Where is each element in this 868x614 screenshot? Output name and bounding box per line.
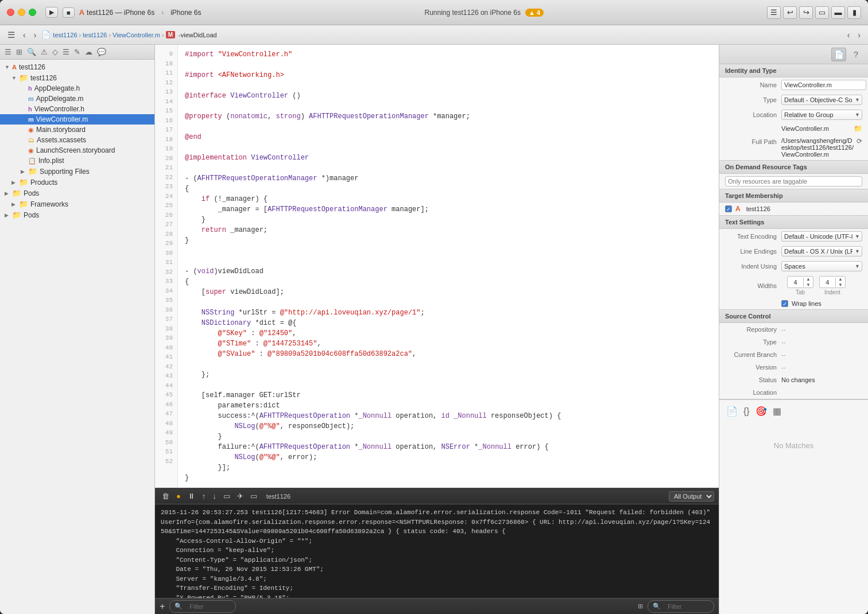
inspector-type-select[interactable]: Default - Objective-C Sou... bbox=[781, 95, 862, 105]
code-editor[interactable]: 9 10 11 12 13 14 15 16 17 18 19 20 21 22… bbox=[155, 45, 719, 488]
maximize-button[interactable] bbox=[29, 9, 36, 16]
sidebar-item-appdelegate-h[interactable]: h AppDelegate.h bbox=[0, 83, 154, 94]
sidebar-item-launch-storyboard[interactable]: ◉ LaunchScreen.storyboard bbox=[0, 145, 154, 156]
breadcrumb-method[interactable]: -viewDidLoad bbox=[179, 32, 217, 38]
target-membership-item[interactable]: ✓ A test1126 bbox=[725, 205, 770, 213]
code-line: NSString *urlStr = @"http://api.loveuqia… bbox=[185, 308, 712, 318]
reveal-icon[interactable]: ⟳ bbox=[857, 137, 862, 145]
console-filter-input-2[interactable] bbox=[663, 602, 709, 611]
code-line: NSDictionary *dict = @{ bbox=[185, 318, 712, 328]
nav-prev-issue[interactable]: ‹ bbox=[844, 29, 853, 41]
console-view-3[interactable]: ▭ bbox=[248, 491, 259, 502]
sidebar-tool-5[interactable]: ◇ bbox=[51, 46, 59, 57]
sidebar-tool-2[interactable]: ⊞ bbox=[15, 46, 24, 57]
console-step-up[interactable]: ↑ bbox=[200, 491, 208, 502]
view-toggle-5[interactable]: ▬ bbox=[831, 6, 845, 19]
console-view-2[interactable]: ✈ bbox=[235, 491, 246, 502]
sidebar-item-frameworks[interactable]: ▶ 📁 Frameworks bbox=[0, 199, 154, 209]
console-view-1[interactable]: ▭ bbox=[221, 491, 232, 502]
view-toggle-2[interactable]: ↩ bbox=[783, 6, 797, 19]
sidebar-tool-8[interactable]: ☁ bbox=[84, 46, 94, 57]
inspector-file-icon-btn[interactable]: 📄 bbox=[725, 405, 739, 418]
inspector-code-icon-btn[interactable]: {} bbox=[742, 405, 751, 418]
minimize-button[interactable] bbox=[18, 9, 25, 16]
code-line: @implementation ViewController bbox=[185, 153, 712, 163]
inspector-tab-quick[interactable]: ? bbox=[848, 48, 863, 61]
stop-button[interactable]: ■ bbox=[63, 7, 75, 18]
console-clear[interactable]: 🗑 bbox=[160, 491, 172, 502]
view-toggle-3[interactable]: ↪ bbox=[799, 6, 813, 19]
arrow-icon: ▶ bbox=[5, 212, 10, 218]
inspector-target-icon-btn[interactable]: 🎯 bbox=[754, 405, 768, 418]
console-pause[interactable]: ⏸ bbox=[185, 491, 197, 502]
breadcrumb-item-3[interactable]: ViewController.m bbox=[113, 32, 160, 38]
sidebar-item-main-storyboard[interactable]: ◉ Main.storyboard bbox=[0, 125, 154, 135]
sidebar-item-pods-2[interactable]: ▶ 📁 Pods bbox=[0, 209, 154, 220]
inspector-on-demand-header: On Demand Resource Tags bbox=[719, 161, 868, 174]
add-button[interactable]: + bbox=[160, 601, 165, 612]
indent-stepper[interactable]: 4 ▲ ▼ bbox=[819, 276, 846, 288]
inspector-grid-icon-btn[interactable]: ▦ bbox=[772, 405, 782, 418]
project-name: test1126 — iPhone 6s bbox=[87, 9, 154, 17]
inspector-name-input[interactable] bbox=[781, 80, 866, 90]
arrow-icon: ▶ bbox=[11, 180, 17, 185]
run-button[interactable]: ▶ bbox=[45, 7, 58, 18]
file-chooser-icon[interactable]: 📁 bbox=[854, 125, 862, 133]
inspector-line-endings-select[interactable]: Default - OS X / Unix (LF) bbox=[781, 246, 862, 257]
warning-badge[interactable]: ▲ 4 bbox=[525, 9, 544, 17]
sidebar-tool-1[interactable]: ☰ bbox=[3, 46, 13, 57]
tab-increment-button[interactable]: ▲ bbox=[804, 277, 813, 282]
sidebar-item-appdelegate-m[interactable]: m AppDelegate.m bbox=[0, 94, 154, 104]
tab-decrement-button[interactable]: ▼ bbox=[804, 282, 813, 288]
sidebar-item-info-plist[interactable]: 📋 Info.plist bbox=[0, 156, 154, 166]
view-toggle-1[interactable]: ☰ bbox=[767, 6, 781, 19]
nav-back[interactable]: ‹ bbox=[20, 29, 29, 41]
method-type-badge: M bbox=[166, 31, 175, 38]
sidebar-item-supporting-files[interactable]: ▶ 📁 Supporting Files bbox=[0, 166, 154, 177]
wrap-lines-checkbox: ✓ bbox=[781, 300, 788, 307]
inspector-indent-using-select[interactable]: Spaces bbox=[781, 261, 862, 271]
nav-next-issue[interactable]: › bbox=[855, 29, 863, 41]
code-line bbox=[185, 142, 712, 153]
inspector-line-endings-select-container: Default - OS X / Unix (LF) ▼ bbox=[781, 246, 862, 257]
title-separator: › bbox=[161, 9, 164, 17]
breadcrumb-item-1[interactable]: test1126 bbox=[53, 32, 77, 38]
console-bottom-icon-1[interactable]: ⊞ bbox=[638, 603, 643, 610]
breadcrumb-item-2[interactable]: test1126 bbox=[83, 32, 107, 38]
sidebar-item-pods-root[interactable]: ▶ 📁 Pods bbox=[0, 188, 154, 199]
indent-increment-button[interactable]: ▲ bbox=[836, 277, 845, 282]
inspector-tags-input[interactable] bbox=[725, 176, 862, 186]
indent-decrement-button[interactable]: ▼ bbox=[836, 282, 845, 288]
inspector-encoding-select[interactable]: Default - Unicode (UTF-8) bbox=[781, 231, 862, 242]
view-toggle-6[interactable]: ▮ bbox=[847, 6, 861, 19]
sidebar-item-xcassets[interactable]: 🗂 Assets.xcassets bbox=[0, 135, 154, 145]
storyboard-icon: ◉ bbox=[28, 147, 34, 154]
sidebar-tool-7[interactable]: ✎ bbox=[73, 46, 82, 57]
tab-stepper[interactable]: 4 ▲ ▼ bbox=[787, 276, 813, 288]
view-toggle-4[interactable]: ▭ bbox=[815, 6, 829, 19]
inspector-location-select[interactable]: Relative to Group bbox=[781, 110, 862, 120]
inspector-tab-file[interactable]: 📄 bbox=[831, 48, 846, 61]
sidebar-item-viewcontroller-m[interactable]: m ViewController.m bbox=[0, 114, 154, 125]
sidebar-item-products[interactable]: ▶ 📁 Products bbox=[0, 177, 154, 188]
sidebar-tool-4[interactable]: ⚠ bbox=[40, 46, 49, 57]
main-content: ☰ ⊞ 🔍 ⚠ ◇ ☰ ✎ ☁ 💬 ▼ A test1126 bbox=[0, 45, 868, 614]
folder-icon: 📁 bbox=[28, 167, 37, 176]
nav-forward[interactable]: › bbox=[31, 29, 40, 41]
wrap-lines-item[interactable]: ✓ Wrap lines bbox=[781, 300, 822, 307]
sidebar-item-project-root[interactable]: ▼ A test1126 bbox=[0, 62, 154, 72]
console-output-select[interactable]: All Output bbox=[669, 491, 714, 502]
sidebar-tool-3[interactable]: 🔍 bbox=[26, 46, 37, 57]
console-filter-input[interactable] bbox=[185, 602, 231, 611]
sidebar-tool-9[interactable]: 💬 bbox=[96, 46, 107, 57]
sidebar-tool-6[interactable]: ☰ bbox=[61, 46, 71, 57]
sidebar-toggle[interactable]: ☰ bbox=[5, 29, 18, 41]
code-content[interactable]: #import "ViewController.h" #import <AFNe… bbox=[178, 45, 719, 488]
sidebar-item-viewcontroller-h[interactable]: h ViewController.h bbox=[0, 104, 154, 114]
sidebar-item-test1126-folder[interactable]: ▼ 📁 test1126 bbox=[0, 72, 154, 83]
sidebar-item-label: AppDelegate.h bbox=[34, 84, 80, 92]
inspector-wrap-lines-row: ✓ Wrap lines bbox=[719, 298, 868, 309]
close-button[interactable] bbox=[7, 9, 14, 16]
console-step-down[interactable]: ↓ bbox=[210, 491, 219, 502]
console-record[interactable]: ● bbox=[174, 491, 183, 502]
